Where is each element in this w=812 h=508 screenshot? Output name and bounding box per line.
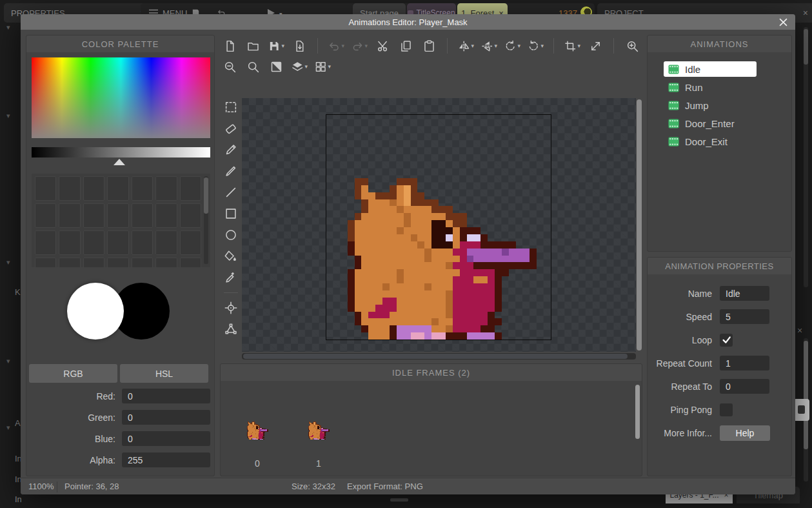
palette-swatch[interactable] [83,230,104,255]
loop-checkbox[interactable] [720,334,733,347]
bg-section-chevron-icon[interactable]: ▾ [6,357,10,365]
frames-scrollbar-thumb[interactable] [635,385,640,439]
palette-swatch[interactable] [107,176,128,201]
copy-icon[interactable] [397,37,414,54]
rotate-ccw-icon[interactable]: ▾ [504,37,520,54]
bg-right-scrollbar-track[interactable] [804,27,808,287]
dropdown-caret-icon[interactable]: ▾ [328,63,331,70]
flip-vertical-icon[interactable]: ▾ [480,37,497,54]
palette-swatch[interactable] [180,258,201,267]
palette-swatch[interactable] [83,176,104,201]
swatch-scrollbar-thumb[interactable] [204,178,208,214]
dropdown-caret-icon[interactable]: ▾ [540,43,544,49]
eraser-icon[interactable] [223,121,239,136]
save-icon[interactable]: ▾ [268,37,284,54]
palette-swatch[interactable] [83,203,104,228]
value-slider[interactable] [32,147,210,157]
ping-pong-checkbox[interactable] [720,403,733,416]
canvas-viewport[interactable] [242,98,636,352]
alpha-input[interactable] [122,452,210,467]
palette-swatch[interactable] [155,258,177,267]
animation-item-door_exit[interactable]: Door_Exit [664,134,757,149]
brush-icon[interactable] [223,163,239,179]
dialog-close-icon[interactable] [778,17,787,26]
zoom-out-icon[interactable] [221,58,238,75]
palette-swatch[interactable] [132,176,153,201]
dropdown-caret-icon[interactable]: ▾ [577,43,580,49]
canvas-hscrollbar-track[interactable] [242,353,636,360]
blue-input[interactable] [122,431,210,446]
frame-thumbnail[interactable] [306,414,332,440]
zoom-in-icon[interactable] [624,37,640,54]
palette-swatch[interactable] [59,176,80,201]
help-button[interactable]: Help [720,425,770,441]
red-input[interactable] [122,389,210,403]
speed-input[interactable] [720,309,769,324]
palette-swatch[interactable] [132,258,153,267]
dropdown-caret-icon[interactable]: ▾ [471,43,474,49]
pencil-icon[interactable] [223,142,239,157]
select-icon[interactable] [223,99,239,115]
open-folder-icon[interactable] [244,37,261,54]
palette-swatch[interactable] [35,176,56,201]
palette-swatch[interactable] [180,230,201,255]
canvas-hscrollbar-thumb[interactable] [243,354,628,359]
crop-icon[interactable]: ▾ [564,37,580,54]
dialog-titlebar[interactable]: Animations Editor: Player_Mask [21,14,795,30]
palette-swatch[interactable] [83,258,104,267]
palette-swatch[interactable] [155,203,177,228]
zoom-search-icon[interactable] [244,58,261,75]
eyedropper-icon[interactable] [223,270,239,285]
new-file-icon[interactable] [221,37,238,54]
dropdown-caret-icon[interactable]: ▾ [304,63,308,70]
dropdown-caret-icon[interactable]: ▾ [517,43,520,49]
bg-project-close-icon[interactable]: × [803,8,808,17]
palette-swatch[interactable] [155,176,177,201]
animation-item-door_enter[interactable]: Door_Enter [664,116,757,131]
bg-section-chevron-icon[interactable]: ▾ [6,258,10,267]
dropdown-caret-icon[interactable]: ▾ [281,43,284,49]
palette-swatch[interactable] [59,258,80,267]
layers-icon[interactable]: ▾ [291,58,308,75]
bg-side-button[interactable] [793,399,809,421]
line-icon[interactable] [223,185,239,200]
palette-swatch[interactable] [132,230,153,255]
fill-icon[interactable] [223,249,239,264]
palette-swatch[interactable] [35,203,56,228]
paste-icon[interactable] [421,37,437,54]
palette-swatch[interactable] [107,230,128,255]
primary-color-circle[interactable] [67,283,124,340]
palette-swatch[interactable] [180,176,201,201]
export-image-icon[interactable] [291,37,308,54]
bg-right-scrollbar-thumb[interactable] [804,29,808,65]
canvas-vscrollbar-thumb[interactable] [637,99,642,351]
animation-item-run[interactable]: Run [664,79,757,95]
grid-icon[interactable]: ▾ [314,58,331,75]
palette-swatch[interactable] [35,258,56,267]
bg-section-chevron-icon[interactable]: ▾ [6,23,10,32]
circle-tool-icon[interactable] [223,227,239,243]
palette-swatch[interactable] [35,230,56,255]
rgb-button[interactable]: RGB [29,364,117,383]
frame-thumbnail[interactable] [244,414,270,440]
cut-icon[interactable] [374,37,391,54]
rotate-cw-icon[interactable]: ▾ [527,37,544,54]
palette-swatch[interactable] [107,203,128,228]
repeat-to-input[interactable] [720,379,769,394]
hue-saturation-picker[interactable] [32,57,210,138]
green-input[interactable] [122,410,210,425]
name-input[interactable] [720,286,769,301]
resize-icon[interactable] [587,37,604,54]
value-slider-marker[interactable] [114,159,125,165]
palette-swatch[interactable] [180,203,201,228]
origin-point-icon[interactable] [223,300,239,316]
pixel-canvas[interactable] [326,114,551,340]
animation-item-idle[interactable]: Idle [664,61,757,77]
bg-bottom-scrollbar-thumb[interactable] [390,498,408,502]
palette-swatch[interactable] [132,203,153,228]
palette-swatch[interactable] [59,203,80,228]
bg-section-chevron-icon[interactable]: ▾ [6,423,10,432]
collision-mask-icon[interactable] [223,321,239,337]
palette-swatch[interactable] [59,230,80,255]
rect-tool-icon[interactable] [223,206,239,221]
